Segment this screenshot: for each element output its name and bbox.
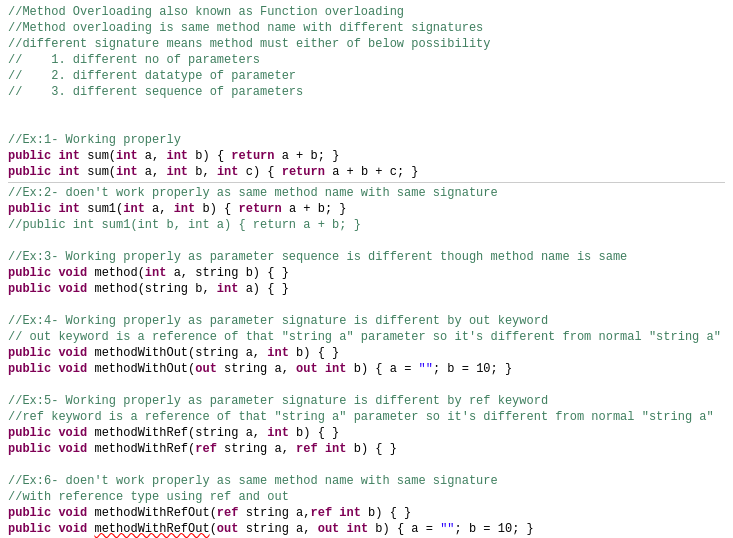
code-line-10: public int sum(int a, int b) { return a … bbox=[8, 148, 725, 164]
code-line-3: //different signature means method must … bbox=[8, 36, 725, 52]
code-line-17: //Ex:3- Working properly as parameter se… bbox=[8, 249, 725, 265]
code-line-33: public void methodWithRefOut(ref string … bbox=[8, 505, 725, 521]
code-editor: //Method Overloading also known as Funct… bbox=[0, 0, 733, 538]
code-line-23: public void methodWithOut(string a, int … bbox=[8, 345, 725, 361]
code-line-19: public void method(string b, int a) { } bbox=[8, 281, 725, 297]
code-line-6: // 3. different sequence of parameters bbox=[8, 84, 725, 100]
code-line-4: // 1. different no of parameters bbox=[8, 52, 725, 68]
code-line-27: //ref keyword is a reference of that "st… bbox=[8, 409, 725, 425]
code-line-1: //Method Overloading also known as Funct… bbox=[8, 4, 725, 20]
code-line-14: public int sum1(int a, int b) { return a… bbox=[8, 201, 725, 217]
divider-1 bbox=[8, 182, 725, 183]
code-line-2: //Method overloading is same method name… bbox=[8, 20, 725, 36]
code-line-9: //Ex:1- Working properly bbox=[8, 132, 725, 148]
code-line-16 bbox=[8, 233, 725, 249]
code-line-32: //with reference type using ref and out bbox=[8, 489, 725, 505]
code-line-8 bbox=[8, 116, 725, 132]
code-line-21: //Ex:4- Working properly as parameter si… bbox=[8, 313, 725, 329]
code-line-25 bbox=[8, 377, 725, 393]
code-line-5: // 2. different datatype of parameter bbox=[8, 68, 725, 84]
code-line-30 bbox=[8, 457, 725, 473]
code-line-28: public void methodWithRef(string a, int … bbox=[8, 425, 725, 441]
code-line-20 bbox=[8, 297, 725, 313]
code-line-22: // out keyword is a reference of that "s… bbox=[8, 329, 725, 345]
code-line-29: public void methodWithRef(ref string a, … bbox=[8, 441, 725, 457]
code-line-15: //public int sum1(int b, int a) { return… bbox=[8, 217, 725, 233]
code-line-13: //Ex:2- doen't work properly as same met… bbox=[8, 185, 725, 201]
code-line-24: public void methodWithOut(out string a, … bbox=[8, 361, 725, 377]
code-line-7 bbox=[8, 100, 725, 116]
code-line-26: //Ex:5- Working properly as parameter si… bbox=[8, 393, 725, 409]
code-line-18: public void method(int a, string b) { } bbox=[8, 265, 725, 281]
code-line-11: public int sum(int a, int b, int c) { re… bbox=[8, 164, 725, 180]
code-line-31: //Ex:6- doen't work properly as same met… bbox=[8, 473, 725, 489]
code-line-34: public void methodWithRefOut(out string … bbox=[8, 521, 725, 537]
